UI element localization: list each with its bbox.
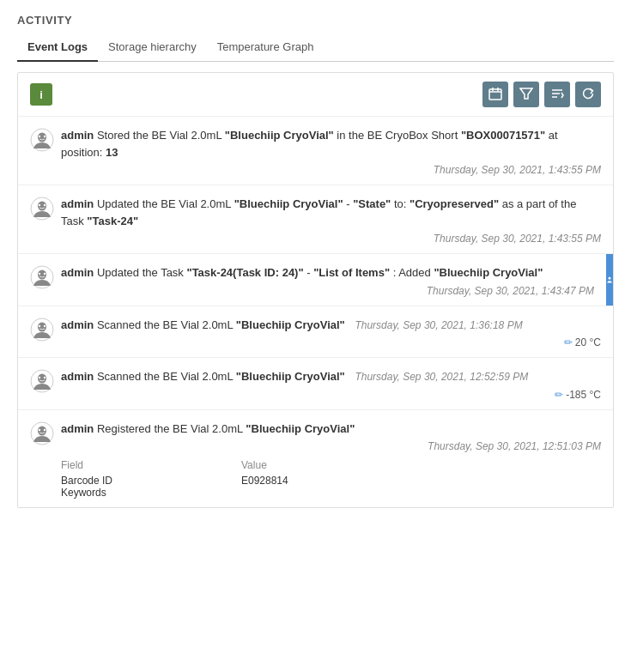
section-title: ACTIVITY	[17, 14, 614, 27]
activity-content: admin Scanned the BE Vial 2.0mL "Bluechi…	[61, 368, 601, 401]
pencil-icon: ✏	[555, 389, 563, 401]
side-indicator[interactable]	[606, 254, 613, 306]
pencil-icon: ✏	[564, 336, 573, 348]
svg-point-11	[44, 136, 46, 137]
temperature-badge: ✏ -185 °C	[61, 389, 601, 401]
svg-point-10	[39, 136, 40, 137]
avatar	[30, 128, 54, 152]
temperature-value: -185 °C	[566, 389, 601, 401]
svg-point-27	[39, 377, 40, 378]
temperature-value: 20 °C	[575, 336, 601, 348]
actor-name: admin	[61, 370, 94, 383]
avatar	[30, 197, 54, 221]
list-item: admin Scanned the BE Vial 2.0mL "Bluechi…	[18, 358, 613, 410]
activity-timestamp: Thursday, Sep 30, 2021, 1:43:47 PM	[61, 285, 594, 297]
field-col-header: Field	[61, 459, 190, 471]
svg-point-24	[44, 324, 46, 326]
filter-button[interactable]	[513, 82, 539, 107]
filter-icon	[519, 87, 533, 103]
activity-timestamp: Thursday, Sep 30, 2021, 1:43:55 PM	[61, 233, 601, 245]
svg-point-14	[39, 204, 40, 206]
table-row: Barcode ID E0928814	[61, 475, 601, 487]
activity-text: admin Registered the BE Vial 2.0mL "Blue…	[61, 421, 601, 438]
info-button[interactable]: i	[30, 83, 52, 106]
avatar	[30, 421, 54, 445]
toolbar: i	[18, 73, 613, 117]
field-table-header: Field Value	[61, 459, 601, 471]
svg-point-20	[609, 277, 611, 280]
refresh-button[interactable]	[575, 82, 601, 107]
activity-text: admin Updated the BE Vial 2.0mL "Bluechi…	[61, 196, 601, 229]
svg-point-23	[39, 324, 40, 326]
activity-description: Updated the Task "Task-24(Task ID: 24)" …	[97, 266, 543, 279]
calendar-icon	[488, 87, 502, 103]
list-item: admin Updated the Task "Task-24(Task ID:…	[18, 254, 613, 306]
tab-temperature-graph[interactable]: Temperature Graph	[207, 33, 325, 62]
activity-content: admin Scanned the BE Vial 2.0mL "Bluechi…	[61, 317, 601, 349]
actor-name: admin	[61, 318, 94, 331]
refresh-icon	[581, 87, 595, 103]
activity-content: admin Stored the BE Vial 2.0mL "Bluechii…	[61, 127, 601, 176]
actor-name: admin	[61, 129, 94, 142]
page-container: ACTIVITY Event Logs Storage hierarchy Te…	[0, 0, 631, 522]
field-label: Barcode ID	[61, 475, 190, 487]
activity-text: admin Scanned the BE Vial 2.0mL "Bluechi…	[61, 368, 601, 385]
sort-icon	[550, 87, 564, 103]
svg-point-31	[39, 428, 40, 430]
temperature-badge: ✏ 20 °C	[61, 336, 601, 348]
actor-name: admin	[61, 266, 94, 279]
activity-content: admin Updated the Task "Task-24(Task ID:…	[61, 264, 594, 297]
activity-description: Scanned the BE Vial 2.0mL "Bluechiip Cry…	[97, 370, 345, 383]
list-item: admin Updated the BE Vial 2.0mL "Bluechi…	[18, 185, 613, 254]
value-col-header: Value	[241, 459, 344, 471]
svg-point-28	[44, 377, 46, 378]
content-area: i	[17, 72, 614, 508]
activity-description: Updated the BE Vial 2.0mL "Bluechiip Cry…	[61, 197, 576, 227]
activity-description: Registered the BE Vial 2.0mL "Bluechiip …	[97, 422, 355, 435]
activity-text: admin Updated the Task "Task-24(Task ID:…	[61, 264, 594, 282]
list-item: admin Scanned the BE Vial 2.0mL "Bluechi…	[18, 306, 613, 359]
list-item: admin Stored the BE Vial 2.0mL "Bluechii…	[18, 117, 613, 185]
activity-timestamp: Thursday, Sep 30, 2021, 12:51:03 PM	[61, 440, 601, 452]
svg-point-19	[44, 273, 46, 275]
activity-description: Stored the BE Vial 2.0mL "Bluechiip Cryo…	[61, 129, 558, 159]
svg-marker-4	[520, 88, 532, 99]
activity-content: admin Updated the BE Vial 2.0mL "Bluechi…	[61, 196, 601, 245]
field-table: Field Value Barcode ID E0928814 Keywords	[61, 459, 601, 499]
svg-point-18	[39, 273, 40, 275]
tab-event-logs[interactable]: Event Logs	[17, 33, 98, 62]
field-value	[241, 487, 344, 499]
svg-point-15	[44, 204, 46, 206]
activity-timestamp: Thursday, Sep 30, 2021, 1:43:55 PM	[61, 164, 601, 176]
tab-storage-hierarchy[interactable]: Storage hierarchy	[98, 33, 207, 62]
calendar-button[interactable]	[482, 82, 508, 107]
activity-text: admin Stored the BE Vial 2.0mL "Bluechii…	[61, 127, 601, 160]
inline-timestamp: Thursday, Sep 30, 2021, 12:52:59 PM	[355, 371, 528, 383]
avatar	[30, 265, 54, 289]
toolbar-right	[482, 82, 601, 107]
list-item: admin Registered the BE Vial 2.0mL "Blue…	[18, 410, 613, 508]
sort-button[interactable]	[544, 82, 570, 107]
field-value: E0928814	[241, 475, 344, 487]
activity-list: admin Stored the BE Vial 2.0mL "Bluechii…	[18, 117, 613, 507]
avatar	[30, 318, 54, 342]
activity-content: admin Registered the BE Vial 2.0mL "Blue…	[61, 421, 601, 499]
svg-point-32	[44, 428, 46, 430]
table-row: Keywords	[61, 487, 601, 499]
actor-name: admin	[61, 197, 94, 210]
field-label: Keywords	[61, 487, 190, 499]
activity-text: admin Scanned the BE Vial 2.0mL "Bluechi…	[61, 317, 601, 334]
tabs-bar: Event Logs Storage hierarchy Temperature…	[17, 33, 614, 62]
avatar	[30, 369, 54, 393]
svg-rect-0	[489, 89, 501, 100]
activity-description: Scanned the BE Vial 2.0mL "Bluechiip Cry…	[97, 318, 345, 331]
inline-timestamp: Thursday, Sep 30, 2021, 1:36:18 PM	[355, 319, 522, 331]
actor-name: admin	[61, 422, 94, 435]
